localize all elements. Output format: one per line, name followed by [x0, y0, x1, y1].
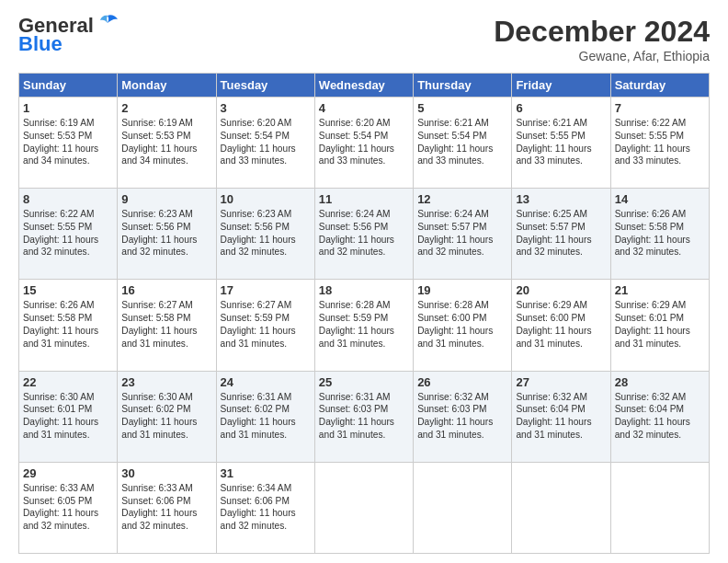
day-number: 11 — [319, 192, 409, 206]
day-number: 26 — [417, 375, 507, 389]
day-number: 25 — [319, 375, 409, 389]
day-cell — [512, 462, 610, 553]
day-info: Sunrise: 6:19 AM Sunset: 5:53 PM Dayligh… — [23, 117, 113, 167]
day-number: 13 — [516, 192, 606, 206]
header-thursday: Thursday — [414, 74, 512, 98]
day-cell: 23 Sunrise: 6:30 AM Sunset: 6:02 PM Dayl… — [118, 371, 216, 462]
day-number: 18 — [319, 283, 409, 297]
day-cell: 7 Sunrise: 6:22 AM Sunset: 5:55 PM Dayli… — [610, 98, 709, 189]
header-tuesday: Tuesday — [216, 74, 314, 98]
day-number: 24 — [221, 375, 311, 389]
day-cell: 2 Sunrise: 6:19 AM Sunset: 5:53 PM Dayli… — [118, 98, 216, 189]
day-info: Sunrise: 6:28 AM Sunset: 5:59 PM Dayligh… — [319, 299, 409, 350]
day-number: 5 — [417, 101, 507, 115]
header-wednesday: Wednesday — [314, 74, 413, 98]
day-cell: 22 Sunrise: 6:30 AM Sunset: 6:01 PM Dayl… — [19, 371, 118, 462]
day-info: Sunrise: 6:23 AM Sunset: 5:56 PM Dayligh… — [121, 208, 211, 259]
day-info: Sunrise: 6:34 AM Sunset: 6:06 PM Dayligh… — [221, 482, 311, 533]
day-info: Sunrise: 6:30 AM Sunset: 6:01 PM Dayligh… — [23, 391, 113, 442]
header-friday: Friday — [512, 74, 610, 98]
header-sunday: Sunday — [19, 74, 118, 98]
day-cell: 14 Sunrise: 6:26 AM Sunset: 5:58 PM Dayl… — [610, 189, 709, 280]
day-number: 7 — [615, 101, 705, 115]
logo: General Blue — [18, 15, 119, 55]
day-info: Sunrise: 6:20 AM Sunset: 5:54 PM Dayligh… — [319, 117, 409, 167]
day-cell: 6 Sunrise: 6:21 AM Sunset: 5:55 PM Dayli… — [512, 98, 610, 189]
day-info: Sunrise: 6:32 AM Sunset: 6:04 PM Dayligh… — [516, 391, 606, 442]
day-cell: 15 Sunrise: 6:26 AM Sunset: 5:58 PM Dayl… — [19, 280, 118, 371]
day-info: Sunrise: 6:25 AM Sunset: 5:57 PM Dayligh… — [516, 208, 606, 259]
day-cell: 8 Sunrise: 6:22 AM Sunset: 5:55 PM Dayli… — [19, 189, 118, 280]
day-info: Sunrise: 6:33 AM Sunset: 6:06 PM Dayligh… — [121, 482, 211, 533]
day-cell: 5 Sunrise: 6:21 AM Sunset: 5:54 PM Dayli… — [414, 98, 512, 189]
day-info: Sunrise: 6:31 AM Sunset: 6:02 PM Dayligh… — [221, 391, 311, 442]
day-cell: 4 Sunrise: 6:20 AM Sunset: 5:54 PM Dayli… — [314, 98, 413, 189]
day-number: 31 — [221, 466, 311, 480]
day-cell: 13 Sunrise: 6:25 AM Sunset: 5:57 PM Dayl… — [512, 189, 610, 280]
week-row-1: 1 Sunrise: 6:19 AM Sunset: 5:53 PM Dayli… — [19, 98, 710, 189]
month-title: December 2024 — [494, 15, 710, 49]
day-info: Sunrise: 6:29 AM Sunset: 6:00 PM Dayligh… — [516, 299, 606, 350]
day-info: Sunrise: 6:28 AM Sunset: 6:00 PM Dayligh… — [417, 299, 507, 350]
logo-blue: Blue — [18, 33, 119, 55]
day-info: Sunrise: 6:24 AM Sunset: 5:56 PM Dayligh… — [319, 208, 409, 259]
day-cell: 1 Sunrise: 6:19 AM Sunset: 5:53 PM Dayli… — [19, 98, 118, 189]
day-cell: 17 Sunrise: 6:27 AM Sunset: 5:59 PM Dayl… — [216, 280, 314, 371]
day-info: Sunrise: 6:26 AM Sunset: 5:58 PM Dayligh… — [23, 299, 113, 350]
location: Gewane, Afar, Ethiopia — [494, 49, 710, 63]
day-number: 12 — [417, 192, 507, 206]
logo-bird-icon — [96, 14, 119, 34]
day-info: Sunrise: 6:19 AM Sunset: 5:53 PM Dayligh… — [121, 117, 211, 167]
day-cell: 11 Sunrise: 6:24 AM Sunset: 5:56 PM Dayl… — [314, 189, 413, 280]
day-info: Sunrise: 6:31 AM Sunset: 6:03 PM Dayligh… — [319, 391, 409, 442]
day-info: Sunrise: 6:21 AM Sunset: 5:54 PM Dayligh… — [417, 117, 507, 167]
day-cell: 24 Sunrise: 6:31 AM Sunset: 6:02 PM Dayl… — [216, 371, 314, 462]
day-cell: 27 Sunrise: 6:32 AM Sunset: 6:04 PM Dayl… — [512, 371, 610, 462]
day-number: 17 — [221, 283, 311, 297]
page: General Blue December 2024 Gewane, Afar,… — [0, 0, 728, 563]
day-number: 23 — [121, 375, 211, 389]
day-cell: 9 Sunrise: 6:23 AM Sunset: 5:56 PM Dayli… — [118, 189, 216, 280]
day-number: 29 — [23, 466, 113, 480]
day-number: 3 — [221, 101, 311, 115]
day-cell: 31 Sunrise: 6:34 AM Sunset: 6:06 PM Dayl… — [216, 462, 314, 553]
day-info: Sunrise: 6:33 AM Sunset: 6:05 PM Dayligh… — [23, 482, 113, 533]
day-cell: 10 Sunrise: 6:23 AM Sunset: 5:56 PM Dayl… — [216, 189, 314, 280]
day-number: 1 — [23, 101, 113, 115]
day-info: Sunrise: 6:22 AM Sunset: 5:55 PM Dayligh… — [23, 208, 113, 259]
day-cell: 25 Sunrise: 6:31 AM Sunset: 6:03 PM Dayl… — [314, 371, 413, 462]
day-info: Sunrise: 6:27 AM Sunset: 5:59 PM Dayligh… — [221, 299, 311, 350]
day-info: Sunrise: 6:23 AM Sunset: 5:56 PM Dayligh… — [221, 208, 311, 259]
calendar-table: Sunday Monday Tuesday Wednesday Thursday… — [18, 73, 710, 554]
week-row-3: 15 Sunrise: 6:26 AM Sunset: 5:58 PM Dayl… — [19, 280, 710, 371]
day-info: Sunrise: 6:26 AM Sunset: 5:58 PM Dayligh… — [615, 208, 705, 259]
day-number: 30 — [121, 466, 211, 480]
day-number: 14 — [615, 192, 705, 206]
day-info: Sunrise: 6:32 AM Sunset: 6:03 PM Dayligh… — [417, 391, 507, 442]
day-info: Sunrise: 6:30 AM Sunset: 6:02 PM Dayligh… — [121, 391, 211, 442]
day-number: 19 — [417, 283, 507, 297]
day-cell: 12 Sunrise: 6:24 AM Sunset: 5:57 PM Dayl… — [414, 189, 512, 280]
day-cell: 26 Sunrise: 6:32 AM Sunset: 6:03 PM Dayl… — [414, 371, 512, 462]
day-number: 22 — [23, 375, 113, 389]
day-cell: 20 Sunrise: 6:29 AM Sunset: 6:00 PM Dayl… — [512, 280, 610, 371]
day-info: Sunrise: 6:24 AM Sunset: 5:57 PM Dayligh… — [417, 208, 507, 259]
day-number: 16 — [121, 283, 211, 297]
day-cell: 3 Sunrise: 6:20 AM Sunset: 5:54 PM Dayli… — [216, 98, 314, 189]
day-cell: 19 Sunrise: 6:28 AM Sunset: 6:00 PM Dayl… — [414, 280, 512, 371]
week-row-2: 8 Sunrise: 6:22 AM Sunset: 5:55 PM Dayli… — [19, 189, 710, 280]
day-number: 20 — [516, 283, 606, 297]
day-cell: 18 Sunrise: 6:28 AM Sunset: 5:59 PM Dayl… — [314, 280, 413, 371]
day-cell: 16 Sunrise: 6:27 AM Sunset: 5:58 PM Dayl… — [118, 280, 216, 371]
day-number: 4 — [319, 101, 409, 115]
day-info: Sunrise: 6:27 AM Sunset: 5:58 PM Dayligh… — [121, 299, 211, 350]
day-number: 2 — [121, 101, 211, 115]
header-monday: Monday — [118, 74, 216, 98]
day-cell — [610, 462, 709, 553]
day-cell: 21 Sunrise: 6:29 AM Sunset: 6:01 PM Dayl… — [610, 280, 709, 371]
week-row-5: 29 Sunrise: 6:33 AM Sunset: 6:05 PM Dayl… — [19, 462, 710, 553]
day-info: Sunrise: 6:32 AM Sunset: 6:04 PM Dayligh… — [615, 391, 705, 442]
title-block: December 2024 Gewane, Afar, Ethiopia — [494, 15, 710, 63]
calendar-header-row: Sunday Monday Tuesday Wednesday Thursday… — [19, 74, 710, 98]
day-number: 28 — [615, 375, 705, 389]
